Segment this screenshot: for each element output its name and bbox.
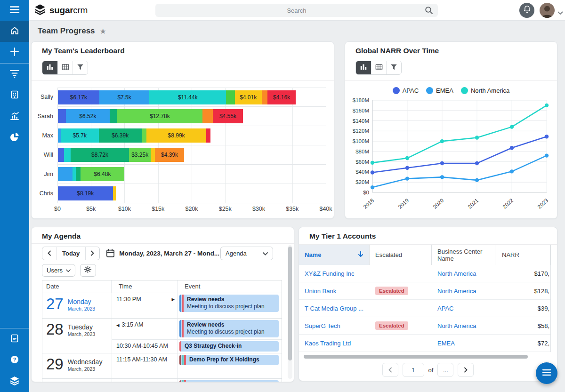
- data-point[interactable]: [371, 185, 374, 189]
- bar-segment[interactable]: [262, 90, 268, 104]
- bar-segment[interactable]: [73, 167, 76, 181]
- data-point[interactable]: [405, 166, 409, 170]
- agenda-scrollbar[interactable]: [288, 245, 292, 379]
- stacked-bar[interactable]: $6.17k$7.5k$11.44k$4.01k$4.16k: [58, 90, 326, 104]
- column-header-name[interactable]: Name: [299, 245, 370, 265]
- stacked-bar[interactable]: $6.48k: [58, 167, 326, 181]
- pagination-total-button[interactable]: ...: [437, 363, 453, 377]
- agenda-settings-button[interactable]: [80, 264, 96, 277]
- table-view-button[interactable]: [371, 61, 386, 74]
- agenda-date-range[interactable]: Monday, 2023, March 27 - Mond...: [119, 250, 219, 257]
- table-view-button[interactable]: [57, 61, 73, 74]
- leaderboard-chart[interactable]: Sally$6.17k$7.5k$11.44k$4.01k$4.16kSarah…: [32, 88, 334, 214]
- search-input[interactable]: [155, 4, 438, 17]
- sidebar-item-filters[interactable]: [0, 64, 29, 85]
- bar-segment[interactable]: [58, 148, 64, 162]
- account-name-link[interactable]: T-Cat Media Group ...: [305, 305, 363, 312]
- agenda-date-cell[interactable]: 28TuesdayMarch, 2023: [42, 319, 112, 353]
- business-center-link[interactable]: North America: [437, 270, 476, 277]
- sidebar-item-charts[interactable]: [0, 127, 29, 148]
- filter-button[interactable]: [386, 61, 401, 74]
- bar-segment[interactable]: $7.5k: [99, 90, 150, 104]
- chart-view-button[interactable]: [356, 61, 371, 74]
- bar-segment[interactable]: $4.01k: [235, 90, 262, 104]
- sidebar-item-reports[interactable]: [0, 106, 29, 127]
- data-point[interactable]: [475, 178, 479, 182]
- favorite-star-icon[interactable]: ★: [100, 27, 106, 36]
- sidebar-item-help[interactable]: ?: [0, 350, 29, 371]
- data-point[interactable]: [440, 161, 444, 165]
- bar-segment[interactable]: [151, 148, 155, 162]
- pagination-current-page[interactable]: 1: [403, 363, 424, 377]
- data-point[interactable]: [405, 156, 409, 160]
- stacked-bar[interactable]: $8.19k: [58, 186, 326, 200]
- bar-segment[interactable]: $8.99k: [146, 128, 207, 143]
- legend-item-north-america[interactable]: North America: [461, 87, 509, 94]
- data-point[interactable]: [440, 175, 444, 179]
- data-point[interactable]: [545, 153, 549, 157]
- column-header-business-center[interactable]: Business Center Name: [432, 245, 495, 265]
- agenda-date-cell[interactable]: 29WednesdayMarch, 2023: [42, 353, 112, 378]
- next-button[interactable]: [86, 247, 99, 260]
- business-center-link[interactable]: North America: [437, 322, 476, 329]
- bar-segment[interactable]: $6.39k: [99, 128, 142, 143]
- stacked-bar[interactable]: $6.52k$12.78k$4.55k: [58, 109, 326, 123]
- account-name-link[interactable]: XY&Z Funding Inc: [305, 270, 355, 277]
- user-avatar[interactable]: [540, 3, 555, 18]
- bar-segment[interactable]: [226, 90, 234, 104]
- tier1-horizontal-scrollbar[interactable]: [304, 355, 528, 359]
- brand-logo[interactable]: sugarcrm: [34, 4, 88, 17]
- data-point[interactable]: [371, 161, 374, 165]
- data-point[interactable]: [405, 176, 409, 180]
- bar-segment[interactable]: $11.44k: [149, 90, 226, 104]
- business-center-link[interactable]: North America: [437, 288, 476, 295]
- users-select[interactable]: Users: [42, 264, 75, 277]
- sidebar-item-sugar[interactable]: [0, 371, 29, 392]
- sidebar-menu-button[interactable]: [0, 0, 29, 21]
- stacked-bar[interactable]: $8.72k$3.25k$4.39k: [58, 148, 326, 162]
- series-line-north-america[interactable]: [372, 105, 547, 163]
- stacked-bar[interactable]: $5.7k$6.39k$8.99k: [58, 128, 326, 143]
- chart-view-button[interactable]: [42, 61, 57, 74]
- event-chip[interactable]: Review needsMeeting to discuss project p…: [179, 295, 279, 312]
- data-point[interactable]: [545, 104, 549, 107]
- bar-segment[interactable]: [64, 148, 71, 162]
- event-chip[interactable]: Demo Prep for X Holdings: [179, 355, 279, 365]
- column-header-narr[interactable]: NARR: [495, 245, 550, 265]
- search-icon[interactable]: [425, 6, 433, 16]
- account-name-link[interactable]: Kaos Trading Ltd: [305, 340, 351, 347]
- bar-segment[interactable]: $5.7k: [61, 128, 99, 143]
- narr-line-chart[interactable]: $0$20M$40M$60M$80M$100M$120M$140M$160M$1…: [348, 96, 553, 214]
- series-line-emea[interactable]: [372, 156, 547, 188]
- business-center-link[interactable]: APAC: [437, 305, 453, 312]
- data-point[interactable]: [440, 139, 444, 143]
- prev-button[interactable]: [42, 247, 56, 260]
- legend-item-emea[interactable]: EMEA: [426, 87, 453, 94]
- pagination-next-button[interactable]: [458, 363, 474, 377]
- agenda-view-select[interactable]: Agenda: [220, 247, 273, 260]
- sidebar-item-home[interactable]: [0, 21, 29, 42]
- bar-segment[interactable]: $8.19k: [58, 186, 113, 200]
- filter-button[interactable]: [73, 61, 88, 74]
- data-point[interactable]: [545, 135, 549, 138]
- bar-segment[interactable]: [110, 109, 117, 123]
- event-chip[interactable]: XY&Z Demo: [179, 380, 279, 382]
- account-name-link[interactable]: Union Bank: [305, 288, 336, 295]
- bar-segment[interactable]: $6.52k: [66, 109, 110, 123]
- data-point[interactable]: [510, 169, 514, 173]
- bar-segment[interactable]: [58, 167, 73, 181]
- bar-segment[interactable]: $8.72k: [71, 148, 129, 162]
- bar-segment[interactable]: [142, 128, 146, 143]
- profile-chevron-icon[interactable]: [557, 8, 563, 17]
- bar-segment[interactable]: [113, 186, 116, 200]
- bar-segment[interactable]: $6.17k: [58, 90, 99, 104]
- pagination-prev-button[interactable]: [382, 363, 398, 377]
- bar-segment[interactable]: $12.78k: [117, 109, 202, 123]
- agenda-date-cell[interactable]: 31FridayMarch, 2023: [42, 379, 112, 382]
- bar-segment[interactable]: $4.16k: [267, 90, 295, 104]
- data-point[interactable]: [510, 125, 514, 128]
- bar-segment[interactable]: $4.55k: [213, 109, 243, 123]
- bar-segment[interactable]: [76, 167, 81, 181]
- today-button[interactable]: Today: [56, 247, 86, 260]
- bar-segment[interactable]: $4.39k: [155, 148, 184, 162]
